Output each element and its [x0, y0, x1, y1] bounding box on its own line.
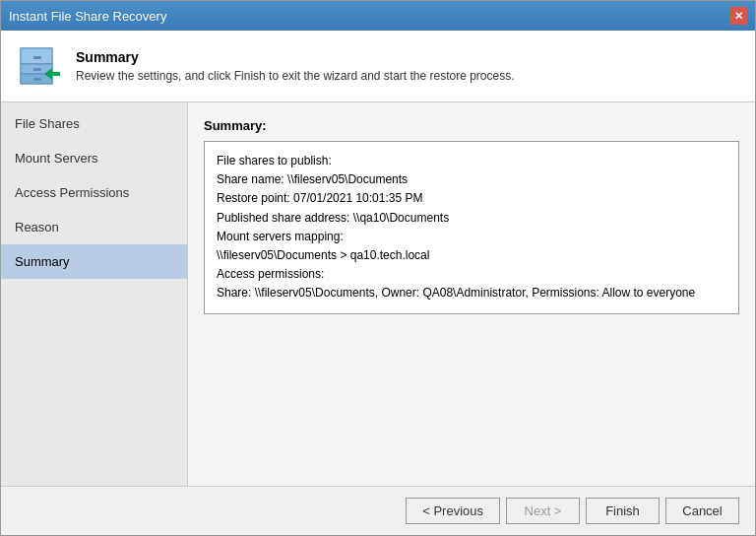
sidebar: File Shares Mount Servers Access Permiss…	[1, 102, 188, 486]
sidebar-item-reason[interactable]: Reason	[1, 210, 187, 244]
header-title: Summary	[76, 49, 515, 65]
summary-line-7: Share: \\fileserv05\Documents, Owner: QA…	[217, 284, 726, 302]
main-window: Instant File Share Recovery ✕ Summary Re…	[0, 0, 756, 536]
summary-line-0: File shares to publish:	[217, 152, 726, 170]
window-title: Instant File Share Recovery	[9, 9, 166, 24]
header-icon	[17, 42, 64, 90]
sidebar-item-mount-servers[interactable]: Mount Servers	[1, 141, 187, 175]
next-button[interactable]: Next >	[506, 498, 580, 524]
sidebar-item-summary[interactable]: Summary	[1, 244, 187, 279]
summary-line-2: Restore point: 07/01/2021 10:01:35 PM	[217, 189, 726, 208]
header-text: Summary Review the settings, and click F…	[76, 49, 515, 83]
finish-button[interactable]: Finish	[586, 498, 660, 524]
summary-label: Summary:	[204, 118, 739, 133]
sidebar-item-file-shares[interactable]: File Shares	[1, 106, 187, 141]
cancel-button[interactable]: Cancel	[665, 498, 739, 524]
svg-rect-4	[33, 56, 41, 59]
close-button[interactable]: ✕	[729, 7, 747, 25]
svg-rect-5	[33, 68, 41, 71]
summary-line-5: \\fileserv05\Documents > qa10.tech.local	[217, 246, 726, 265]
summary-line-3: Published share address: \\qa10\Document…	[217, 209, 726, 228]
summary-line-1: Share name: \\fileserv05\Documents	[217, 170, 726, 189]
header-section: Summary Review the settings, and click F…	[1, 31, 755, 102]
content-area: File Shares Mount Servers Access Permiss…	[1, 102, 755, 486]
header-description: Review the settings, and click Finish to…	[76, 69, 515, 83]
summary-line-6: Access permissions:	[217, 265, 726, 284]
sidebar-item-access-permissions[interactable]: Access Permissions	[1, 175, 187, 210]
summary-box: File shares to publish: Share name: \\fi…	[204, 141, 739, 314]
title-bar: Instant File Share Recovery ✕	[1, 1, 755, 31]
previous-button[interactable]: < Previous	[406, 498, 500, 524]
main-content: Summary: File shares to publish: Share n…	[188, 102, 755, 486]
footer: < Previous Next > Finish Cancel	[1, 486, 755, 535]
summary-line-4: Mount servers mapping:	[217, 228, 726, 246]
svg-rect-6	[33, 78, 41, 81]
